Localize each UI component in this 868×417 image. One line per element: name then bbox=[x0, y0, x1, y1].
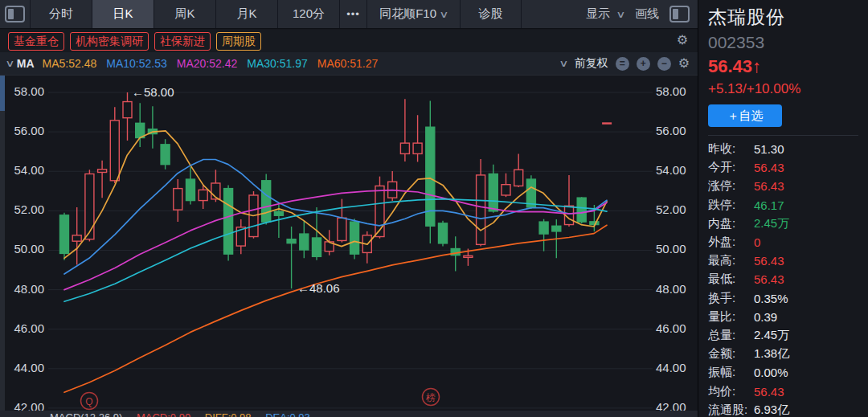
stock-tag[interactable]: 社保新进 bbox=[154, 32, 211, 51]
more-periods-button[interactable]: ••• bbox=[340, 0, 367, 28]
stat-row: 量比:0.39 bbox=[708, 308, 868, 326]
dea-value: DEA:0.93 bbox=[265, 411, 310, 417]
toolbar-right: 显示 ∨ 画线 bbox=[586, 0, 698, 28]
stat-value: 56.43 bbox=[754, 385, 784, 399]
y-axis-label: 48.00 bbox=[656, 282, 686, 296]
zoom-out-button[interactable]: − bbox=[657, 57, 671, 71]
y-axis-label: 48.00 bbox=[0, 282, 44, 296]
ma-collapse-chevron-icon[interactable]: ∨ bbox=[5, 58, 14, 69]
price-value: 56.43 bbox=[708, 56, 752, 76]
stat-label: 均价: bbox=[708, 384, 754, 399]
period-tabs: 分时日K周K月K120分 bbox=[31, 0, 340, 28]
stat-value: 0 bbox=[754, 235, 760, 249]
stat-value: 56.43 bbox=[754, 179, 784, 193]
stat-value: 51.30 bbox=[754, 142, 784, 156]
chart-area: 分时日K周K月K120分 ••• 同花顺F10 ∨ 诊股 显示 ∨ 画线 基金重… bbox=[0, 0, 698, 417]
candlestick-chart[interactable]: ←58.00←48.06Q榜 bbox=[0, 76, 698, 411]
stat-label: 振幅: bbox=[708, 365, 754, 380]
y-axis-label: 54.00 bbox=[0, 163, 44, 178]
stat-value: 46.17 bbox=[754, 198, 784, 212]
stat-value: 1.38亿 bbox=[754, 346, 789, 362]
stat-value: 2.45万 bbox=[754, 216, 789, 231]
stat-row: 金额:1.38亿 bbox=[708, 345, 868, 363]
price-annotation: ←48.06 bbox=[297, 281, 340, 295]
tab-period[interactable]: 120分 bbox=[278, 0, 340, 28]
stat-row: 振幅:0.00% bbox=[708, 363, 868, 382]
zoom-in-button[interactable]: + bbox=[637, 57, 650, 71]
stat-label: 金额: bbox=[708, 346, 754, 362]
stock-name: 杰瑞股份 bbox=[708, 5, 868, 30]
diff-value: DIFF:0.98 bbox=[205, 411, 252, 417]
tab-period[interactable]: 月K bbox=[216, 0, 278, 28]
ma-value: MA20:52.42 bbox=[177, 57, 238, 70]
sidebar-toggle-icon[interactable] bbox=[669, 6, 690, 22]
stock-tag[interactable]: 机构密集调研 bbox=[70, 32, 149, 51]
tab-f10[interactable]: 同花顺F10 ∨ bbox=[367, 0, 461, 28]
ma-indicator-bar: ∨ MA MA5:52.48MA10:52.53MA20:52.42MA30:5… bbox=[0, 52, 698, 76]
stock-tag[interactable]: 周期股 bbox=[216, 32, 261, 51]
stat-value: 0.35% bbox=[754, 292, 788, 305]
stock-tag[interactable]: 基金重仓 bbox=[8, 32, 64, 51]
stat-label: 量比: bbox=[708, 309, 754, 325]
y-axis-label: 46.00 bbox=[656, 321, 686, 336]
tab-period[interactable]: 分时 bbox=[31, 0, 92, 28]
stock-tags-row: 基金重仓机构密集调研社保新进周期股 ⚙ bbox=[0, 30, 698, 52]
chevron-down-icon: ∨ bbox=[439, 9, 448, 20]
y-axis-label: 52.00 bbox=[0, 202, 44, 217]
display-dropdown[interactable]: 显示 ∨ bbox=[586, 6, 624, 22]
y-axis-label: 52.00 bbox=[656, 202, 686, 217]
layout-toggle-button[interactable] bbox=[0, 0, 31, 28]
stat-value: 2.45万 bbox=[754, 328, 789, 343]
macd-bar-cutoff: MACD(12,26,9) MACD:0.90 DIFF:0.98 DEA:0.… bbox=[0, 411, 698, 417]
stat-label: 今开: bbox=[708, 160, 754, 175]
ma-value: MA5:52.48 bbox=[43, 57, 97, 70]
chevron-down-icon: ∨ bbox=[616, 9, 625, 20]
adjust-chevron-icon: ∨ bbox=[559, 58, 568, 69]
add-watchlist-button[interactable]: ＋自选 bbox=[708, 104, 782, 127]
stat-row: 外盘:0 bbox=[708, 233, 868, 251]
stat-row: 今开:56.43 bbox=[708, 158, 868, 177]
tab-diagnose[interactable]: 诊股 bbox=[461, 0, 522, 28]
price-adjust-mode[interactable]: 前复权 bbox=[575, 56, 608, 71]
chart-stamp: 榜 bbox=[425, 392, 436, 403]
current-price: 56.43↑ bbox=[708, 56, 868, 77]
stat-value: 56.43 bbox=[754, 272, 784, 286]
panel-toggle-icon bbox=[5, 6, 25, 22]
y-axis-label: 56.00 bbox=[0, 124, 44, 138]
y-axis-label: 54.00 bbox=[656, 163, 686, 178]
stat-label: 外盘: bbox=[708, 235, 754, 250]
stat-row: 最高:56.43 bbox=[708, 251, 868, 270]
y-axis-label: 56.00 bbox=[656, 124, 686, 138]
stat-row: 最低:56.43 bbox=[708, 270, 868, 288]
left-scroll-strip[interactable] bbox=[0, 76, 5, 411]
toolbar-spacer bbox=[522, 0, 586, 28]
stat-label: 总量: bbox=[708, 328, 754, 343]
chart-canvas[interactable]: ←58.00←48.06Q榜 bbox=[0, 76, 698, 411]
stat-row: 均价:56.43 bbox=[708, 382, 868, 400]
stat-label: 最低: bbox=[708, 272, 754, 287]
ma-title: MA bbox=[17, 57, 35, 70]
scroll-thumb[interactable] bbox=[0, 76, 5, 111]
y-axis-label: 58.00 bbox=[656, 84, 686, 99]
stat-label: 最高: bbox=[708, 253, 754, 268]
y-axis-label: 50.00 bbox=[656, 242, 686, 256]
quote-panel: 杰瑞股份 002353 56.43↑ +5.13/+10.00% ＋自选 昨收:… bbox=[698, 0, 868, 417]
ma-value: MA60:51.27 bbox=[317, 57, 379, 70]
draw-line-button[interactable]: 画线 bbox=[635, 6, 659, 22]
ma-settings-gear-icon[interactable]: ⚙ bbox=[678, 57, 690, 70]
y-axis-label: 50.00 bbox=[0, 242, 44, 256]
stat-label: 昨收: bbox=[708, 141, 754, 157]
tags-settings-gear-icon[interactable]: ⚙ bbox=[677, 34, 688, 47]
tab-period[interactable]: 周K bbox=[154, 0, 216, 28]
zoom-reset-button[interactable]: = bbox=[616, 57, 629, 71]
macd-param: MACD(12,26,9) bbox=[50, 411, 122, 417]
price-annotation: ←58.00 bbox=[132, 85, 174, 99]
stat-row: 总量:2.45万 bbox=[708, 326, 868, 345]
y-axis-label: 46.00 bbox=[0, 321, 44, 336]
panel-divider bbox=[708, 135, 858, 136]
stat-row: 换手:0.35% bbox=[708, 289, 868, 308]
tab-period[interactable]: 日K bbox=[92, 0, 154, 28]
toolbar: 分时日K周K月K120分 ••• 同花顺F10 ∨ 诊股 显示 ∨ 画线 bbox=[0, 0, 698, 29]
stat-label: 涨停: bbox=[708, 178, 754, 194]
macd-value: MACD:0.90 bbox=[137, 411, 190, 417]
